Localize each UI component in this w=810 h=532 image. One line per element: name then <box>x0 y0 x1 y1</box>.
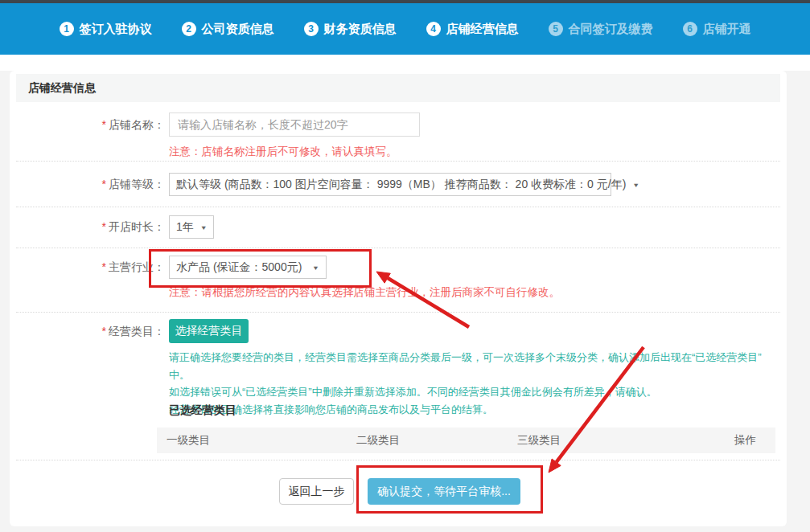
shop-name-input[interactable] <box>169 113 420 137</box>
shop-name-label: *店铺名称： <box>20 113 165 137</box>
back-button[interactable]: 返回上一步 <box>279 478 354 505</box>
selected-categories-table-header: 一级类目 二级类目 三级类目 操作 <box>157 428 775 453</box>
selected-categories-title: 已选经营类目 <box>169 403 236 418</box>
form-card: 店铺经营信息 *店铺名称： 注意：店铺名称注册后不可修改，请认真填写。 *店铺等… <box>10 71 787 526</box>
steps-list: 1 签订入驻协议 2 公司资质信息 3 财务资质信息 4 店铺经营信息 5 合同… <box>0 3 810 55</box>
required-asterisk: * <box>102 220 106 233</box>
step-company-qualification[interactable]: 2 公司资质信息 <box>182 22 274 37</box>
step-5-label: 合同签订及缴费 <box>569 22 653 37</box>
separator <box>16 460 780 460</box>
category-label: *经营类目： <box>20 319 165 343</box>
column-header-level3: 三级类目 <box>517 433 703 448</box>
step-shop-business-info[interactable]: 4 店铺经营信息 <box>426 22 519 37</box>
shop-level-label: *店铺等级： <box>20 173 165 196</box>
shop-level-selected-value: 默认等级 (商品数：100 图片空间容量： 9999（MB） 推荐商品数： 20… <box>176 178 626 192</box>
step-shop-open: 6 店铺开通 <box>683 22 751 37</box>
step-sign-agreement[interactable]: 1 签订入驻协议 <box>60 22 152 37</box>
panel-title: 店铺经营信息 <box>16 74 780 102</box>
required-asterisk: * <box>102 118 106 131</box>
column-header-actions: 操作 <box>703 433 775 448</box>
step-2-label: 公司资质信息 <box>202 22 274 37</box>
step-6-number-icon: 6 <box>683 22 697 36</box>
step-contract-payment: 5 合同签订及缴费 <box>549 22 653 37</box>
step-1-number-icon: 1 <box>60 22 74 36</box>
step-5-number-icon: 5 <box>549 22 563 36</box>
step-3-label: 财务资质信息 <box>324 22 397 37</box>
choose-category-button[interactable]: 选择经营类目 <box>169 319 249 343</box>
shop-name-note: 注意：店铺名称注册后不可修改，请认真填写。 <box>169 145 397 159</box>
steps-navbar: 1 签订入驻协议 2 公司资质信息 3 财务资质信息 4 店铺经营信息 5 合同… <box>0 3 810 55</box>
submit-button[interactable]: 确认提交，等待平台审核... <box>368 478 520 505</box>
main-industry-note: 注意：请根据您所经营的内容认真选择店铺主营行业，注册后商家不可自行修改。 <box>169 285 560 300</box>
header-gap <box>0 55 810 71</box>
dropdown-arrow-icon: ▼ <box>632 181 639 188</box>
step-3-number-icon: 3 <box>304 22 319 36</box>
column-header-level1: 一级类目 <box>157 433 356 448</box>
open-duration-label: *开店时长： <box>20 215 165 239</box>
required-asterisk: * <box>102 178 106 190</box>
category-instruction-line: 经营类目的正确选择将直接影响您店铺的商品发布以及与平台的结算。 <box>169 401 764 419</box>
step-4-number-icon: 4 <box>426 22 441 36</box>
category-instruction-line: 如选择错误可从“已选经营类目”中删除并重新选择添加。不同的经营类目其佣金比例会有… <box>169 383 764 401</box>
required-asterisk: * <box>102 325 106 338</box>
separator <box>16 161 780 162</box>
separator <box>16 248 780 248</box>
shop-level-select[interactable]: 默认等级 (商品数：100 图片空间容量： 9999（MB） 推荐商品数： 20… <box>169 173 611 196</box>
open-duration-selected-value: 1年 <box>176 220 194 235</box>
step-1-label: 签订入驻协议 <box>80 22 152 37</box>
column-header-level2: 二级类目 <box>356 433 517 448</box>
separator <box>16 312 780 313</box>
step-6-label: 店铺开通 <box>703 22 751 37</box>
merchant-onboarding-page: 1 签订入驻协议 2 公司资质信息 3 财务资质信息 4 店铺经营信息 5 合同… <box>0 0 810 532</box>
dropdown-arrow-icon: ▼ <box>312 264 319 271</box>
main-industry-selected-value: 水产品 (保证金：5000元) <box>176 260 302 275</box>
step-2-number-icon: 2 <box>182 22 196 36</box>
step-finance-qualification[interactable]: 3 财务资质信息 <box>304 22 397 37</box>
main-industry-select[interactable]: 水产品 (保证金：5000元) ▼ <box>169 256 327 279</box>
separator <box>16 207 780 207</box>
category-instructions: 请正确选择您要经营的类目，经营类目需选择至商品分类最后一级，可一次选择多个末级分… <box>169 349 764 418</box>
required-asterisk: * <box>102 260 106 273</box>
step-4-label: 店铺经营信息 <box>446 22 519 37</box>
open-duration-select[interactable]: 1年 ▼ <box>169 215 214 239</box>
dropdown-arrow-icon: ▼ <box>200 223 208 231</box>
main-industry-label: *主营行业： <box>20 256 165 279</box>
category-instruction-line: 请正确选择您要经营的类目，经营类目需选择至商品分类最后一级，可一次选择多个末级分… <box>169 349 764 383</box>
